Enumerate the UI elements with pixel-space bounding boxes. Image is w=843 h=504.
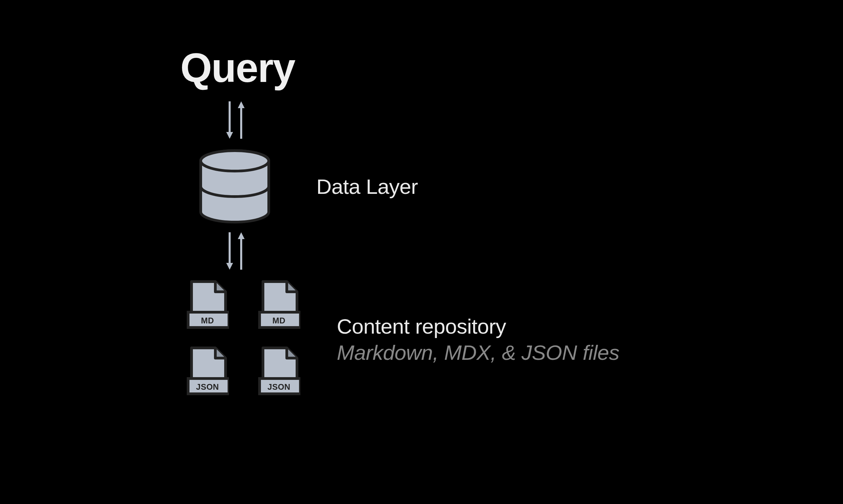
arrow-up-icon: [238, 101, 245, 139]
arrow-down-icon: [226, 232, 233, 270]
content-repository-subtitle: Markdown, MDX, & JSON files: [337, 340, 619, 365]
file-json-icon: JSON: [255, 346, 303, 399]
svg-marker-1: [226, 132, 233, 139]
svg-point-5: [201, 151, 269, 171]
file-label: MD: [272, 316, 285, 325]
data-layer-label: Data Layer: [316, 174, 418, 199]
database-icon: [197, 149, 272, 224]
file-label: JSON: [196, 382, 219, 391]
content-repository-title: Content repository: [337, 314, 619, 338]
file-label: MD: [201, 316, 214, 325]
arrow-down-icon: [226, 101, 233, 139]
file-label: JSON: [267, 382, 290, 391]
svg-marker-9: [238, 232, 245, 239]
content-repository-row: MD MD JSON: [184, 280, 694, 399]
arrow-up-icon: [238, 232, 245, 270]
file-md-icon: MD: [255, 280, 303, 333]
svg-marker-7: [226, 263, 233, 270]
content-repository-labels: Content repository Markdown, MDX, & JSON…: [337, 314, 619, 365]
data-layer-row: Data Layer: [184, 149, 694, 224]
files-grid: MD MD JSON: [184, 280, 306, 399]
file-md-icon: MD: [184, 280, 231, 333]
bidirectional-arrows-top: [226, 101, 694, 139]
bidirectional-arrows-bottom: [226, 232, 694, 270]
file-json-icon: JSON: [184, 346, 231, 399]
architecture-diagram: Query Data Layer: [184, 44, 694, 399]
svg-marker-3: [238, 101, 245, 108]
query-label: Query: [180, 44, 694, 91]
